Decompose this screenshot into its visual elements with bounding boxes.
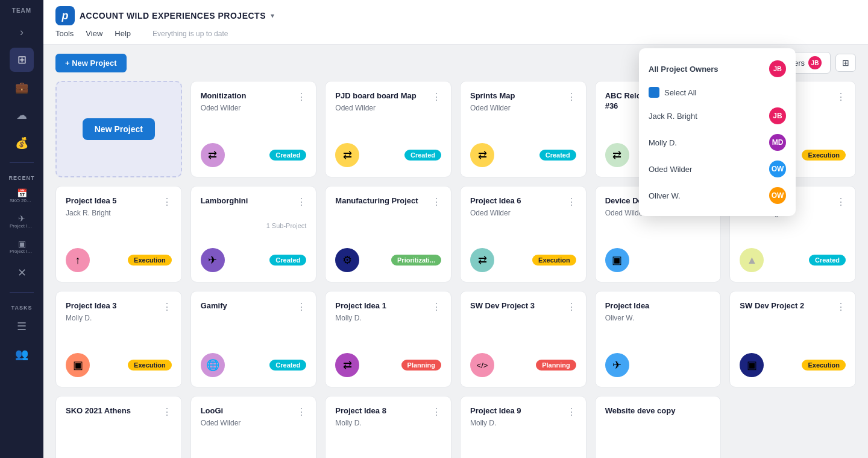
new-project-label: New Project	[83, 118, 155, 140]
project-card-swdev2[interactable]: SW Dev Project 2 ⋮ ▣ Execution	[729, 291, 856, 387]
header-top: p ACCOUNT WILD EXPERIENCES PROJECTS ▾	[55, 6, 856, 25]
logo-letter: p	[62, 10, 69, 22]
card-icon: ⇄	[470, 248, 494, 272]
dropdown-item-jack[interactable]: Jack R. Bright JB	[639, 103, 796, 129]
card-title: LooGi	[201, 406, 241, 416]
card-menu-icon[interactable]: ⋮	[297, 406, 306, 418]
card-badge: Created	[269, 255, 306, 266]
sidebar-arrow[interactable]: ›	[10, 20, 34, 44]
select-all-label: Select All	[664, 88, 696, 97]
card-icon: ⇄	[201, 143, 225, 167]
sync-status: Everything is up to date	[153, 30, 228, 38]
sidebar-item-sko[interactable]: 📅 SKO 2021...	[10, 185, 34, 206]
card-footer: 🌐 Created	[201, 353, 307, 377]
project-card-idea9[interactable]: Project Idea 9 Molly D. ⋮ ✈ Created	[460, 396, 587, 458]
oliver-name: Oliver W.	[649, 191, 681, 200]
sidebar-briefcase-icon[interactable]: 💼	[10, 75, 34, 100]
card-badge: Execution	[802, 360, 846, 371]
oded-name: Oded Wilder	[649, 165, 692, 174]
sidebar-grid-icon[interactable]: ⊞	[10, 48, 34, 72]
project-card-sko[interactable]: SKO 2021 Athens ⋮ ✈ Execution	[55, 396, 182, 458]
dropdown-header: All Project Owners JB	[639, 56, 796, 82]
card-menu-icon[interactable]: ⋮	[162, 406, 172, 418]
project-card-manufacturing[interactable]: Manufacturing Project ⋮ ⚙ Prioritizati..…	[325, 186, 451, 282]
project-card-idea8[interactable]: Project Idea 8 Molly D. ⋮ ↑ Created	[325, 396, 451, 458]
card-owner: Molly D.	[470, 419, 521, 427]
nav-view[interactable]: View	[86, 29, 102, 38]
card-menu-icon[interactable]: ⋮	[297, 91, 306, 103]
sidebar-item-project1[interactable]: ✈ Project Id...	[10, 210, 34, 232]
card-icon: ⇄	[470, 143, 494, 167]
card-menu-icon[interactable]: ⋮	[297, 196, 306, 208]
card-menu-icon[interactable]: ⋮	[432, 91, 441, 103]
new-project-card[interactable]: New Project	[55, 81, 182, 177]
project-card-idea3[interactable]: Project Idea 3 Molly D. ⋮ ▣ Execution	[55, 291, 182, 387]
project-card-idea1[interactable]: Project Idea 1 Molly D. ⋮ ⇄ Planning	[325, 291, 451, 387]
dropdown-select-all[interactable]: ✓ Select All	[639, 82, 796, 103]
grid-view-button[interactable]: ⊞	[835, 54, 856, 72]
sidebar-cloud-icon[interactable]: ☁	[10, 103, 34, 127]
card-icon: ✈	[201, 248, 225, 272]
card-footer: ▣	[605, 248, 711, 272]
card-menu-icon[interactable]: ⋮	[162, 301, 172, 313]
nav-tools[interactable]: Tools	[55, 29, 74, 38]
card-menu-icon[interactable]: ⋮	[432, 196, 441, 208]
card-title: Project Idea 6	[470, 196, 521, 206]
project-card-monitization[interactable]: Monitization Oded Wilder ⋮ ⇄ Created	[190, 81, 317, 177]
card-owner: Molly D.	[335, 314, 386, 322]
sidebar-x-icon[interactable]: ✕	[10, 261, 34, 285]
card-header: Lamborghini ⋮	[201, 196, 307, 208]
card-title: Project Idea 9	[470, 406, 521, 416]
card-menu-icon[interactable]: ⋮	[836, 196, 846, 208]
select-all-checkbox[interactable]: ✓	[649, 87, 659, 98]
card-header: SKO 2021 Athens ⋮	[66, 406, 172, 418]
card-footer: ▣ Execution	[66, 353, 172, 377]
sidebar-money-icon[interactable]: 💰	[10, 131, 34, 155]
card-menu-icon[interactable]: ⋮	[567, 406, 576, 418]
project-card-lamborghini[interactable]: Lamborghini ⋮ 1 Sub-Project ✈ Created	[190, 186, 317, 282]
card-owner: Molly D.	[66, 314, 117, 322]
card-title: Project Idea 8	[335, 406, 386, 416]
nav-help[interactable]: Help	[115, 29, 131, 38]
project-card-oliver[interactable]: Project Idea Oliver W. ✈	[595, 291, 722, 387]
card-icon: ▣	[740, 353, 764, 377]
project1-label: Project Id...	[10, 223, 34, 229]
card-menu-icon[interactable]: ⋮	[567, 196, 576, 208]
card-menu-icon[interactable]: ⋮	[836, 91, 846, 103]
project-card-idea5[interactable]: Project Idea 5 Jack R. Bright ⋮ ↑ Execut…	[55, 186, 182, 282]
project-card-gamify[interactable]: Gamify ⋮ 🌐 Created	[190, 291, 317, 387]
title-dropdown-icon[interactable]: ▾	[271, 11, 274, 20]
sidebar-people-icon[interactable]: 👥	[10, 342, 34, 366]
card-menu-icon[interactable]: ⋮	[836, 301, 846, 313]
project-card-sprints[interactable]: Sprints Map Oded Wilder ⋮ ⇄ Created	[460, 81, 587, 177]
card-menu-icon[interactable]: ⋮	[567, 91, 576, 103]
card-badge: Execution	[802, 150, 846, 161]
dropdown-item-oded[interactable]: Oded Wilder OW	[639, 156, 796, 182]
card-footer: ✈	[605, 353, 711, 377]
project-card-pjd[interactable]: PJD board board Map Oded Wilder ⋮ ⇄ Crea…	[325, 81, 451, 177]
card-menu-icon[interactable]: ⋮	[567, 301, 576, 313]
dropdown-item-oliver[interactable]: Oliver W. OW	[639, 182, 796, 209]
project-card-website[interactable]: Website deve copy ⇄	[595, 396, 722, 458]
dropdown-item-molly[interactable]: Molly D. MD	[639, 129, 796, 156]
oded-avatar: OW	[769, 161, 786, 177]
project-card-idea6[interactable]: Project Idea 6 Oded Wilder ⋮ ⇄ Execution	[460, 186, 587, 282]
project2-label: Project Id...	[10, 249, 34, 254]
card-owner: Oded Wilder	[201, 419, 241, 427]
card-menu-icon[interactable]: ⋮	[432, 301, 441, 313]
sidebar-tasks-list-icon[interactable]: ☰	[10, 314, 34, 339]
card-menu-icon[interactable]: ⋮	[162, 196, 172, 208]
card-title: Website deve copy	[605, 406, 676, 416]
sko-label: SKO 2021...	[10, 198, 34, 203]
project-card-loogi[interactable]: LooGi Oded Wilder ⋮ ▣ Created	[190, 396, 317, 458]
new-project-button[interactable]: + New Project	[55, 54, 127, 72]
card-badge: Created	[404, 150, 441, 161]
card-menu-icon[interactable]: ⋮	[432, 406, 441, 418]
project-card-swdev3[interactable]: SW Dev Project 3 ⋮ </> Planning	[460, 291, 587, 387]
dropdown-header-avatar: JB	[769, 60, 786, 77]
card-menu-icon[interactable]: ⋮	[297, 301, 306, 313]
sidebar-item-project2[interactable]: ▣ Project Id...	[10, 235, 34, 257]
card-footer: ⇄ Created	[335, 143, 441, 167]
card-title: Lamborghini	[201, 196, 248, 206]
sko-icon: 📅	[17, 188, 27, 198]
